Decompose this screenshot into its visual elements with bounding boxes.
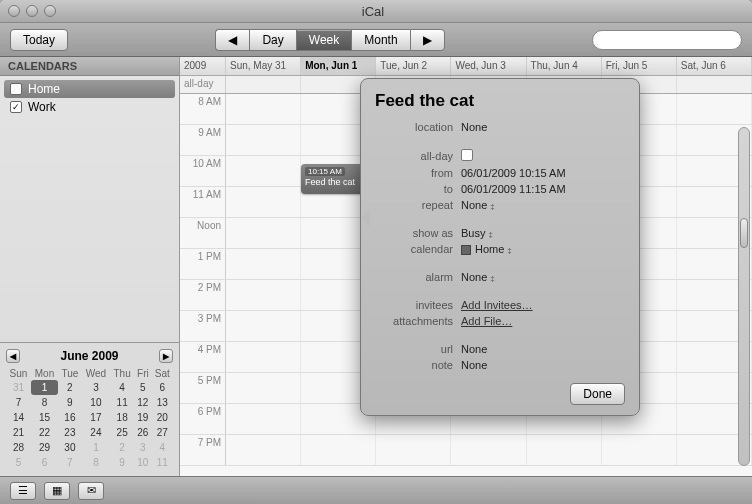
mini-day[interactable]: 9 xyxy=(58,395,82,410)
mini-day[interactable]: 19 xyxy=(134,410,151,425)
hour-cell[interactable] xyxy=(226,435,301,465)
today-button[interactable]: Today xyxy=(10,29,68,51)
mini-day[interactable]: 7 xyxy=(6,395,31,410)
hour-cell[interactable] xyxy=(376,435,451,465)
showas-value[interactable]: Busy‡ xyxy=(461,227,625,239)
close-icon[interactable] xyxy=(8,5,20,17)
view-month[interactable]: Month xyxy=(351,29,409,51)
mini-day[interactable]: 10 xyxy=(82,395,110,410)
day-header[interactable]: Mon, Jun 1 xyxy=(301,57,376,75)
mini-day[interactable]: 3 xyxy=(134,440,151,455)
day-header[interactable]: Wed, Jun 3 xyxy=(451,57,526,75)
hour-cell[interactable] xyxy=(527,435,602,465)
mini-day[interactable]: 12 xyxy=(134,395,151,410)
search-input[interactable] xyxy=(592,30,742,50)
to-value[interactable]: 06/01/2009 11:15 AM xyxy=(461,183,625,195)
mini-day[interactable]: 31 xyxy=(6,380,31,395)
day-header[interactable]: Sat, Jun 6 xyxy=(677,57,752,75)
view-week[interactable]: Week xyxy=(296,29,351,51)
day-header[interactable]: Tue, Jun 2 xyxy=(376,57,451,75)
mini-day[interactable]: 28 xyxy=(6,440,31,455)
mini-day[interactable]: 22 xyxy=(31,425,58,440)
mini-day[interactable]: 14 xyxy=(6,410,31,425)
scrollbar[interactable] xyxy=(738,127,750,466)
hour-cell[interactable] xyxy=(226,280,301,310)
day-header[interactable]: Thu, Jun 4 xyxy=(527,57,602,75)
location-value[interactable]: None xyxy=(461,121,625,133)
add-file-link[interactable]: Add File… xyxy=(461,315,512,327)
calendar-value[interactable]: Home‡ xyxy=(461,243,625,255)
hour-cell[interactable] xyxy=(226,94,301,124)
hour-cell[interactable] xyxy=(226,187,301,217)
day-header[interactable]: Sun, May 31 xyxy=(226,57,301,75)
mini-day[interactable]: 7 xyxy=(58,455,82,470)
mini-day[interactable]: 3 xyxy=(82,380,110,395)
mini-day[interactable]: 2 xyxy=(110,440,134,455)
hour-cell[interactable] xyxy=(226,125,301,155)
mini-day[interactable]: 10 xyxy=(134,455,151,470)
event-feed-the-cat[interactable]: 10:15 AM Feed the cat xyxy=(301,164,367,194)
minimize-icon[interactable] xyxy=(26,5,38,17)
drawer-icon[interactable]: ☰ xyxy=(10,482,36,500)
mini-day[interactable]: 24 xyxy=(82,425,110,440)
mini-day[interactable]: 27 xyxy=(152,425,174,440)
checkbox-icon[interactable]: ✓ xyxy=(10,101,22,113)
url-value[interactable]: None xyxy=(461,343,625,355)
sidebar-item-home[interactable]: ✓ Home xyxy=(4,80,175,98)
hour-cell[interactable] xyxy=(226,249,301,279)
sidebar-item-work[interactable]: ✓ Work xyxy=(4,98,175,116)
mini-day[interactable]: 4 xyxy=(152,440,174,455)
mini-day[interactable]: 5 xyxy=(134,380,151,395)
mini-day[interactable]: 17 xyxy=(82,410,110,425)
day-header[interactable]: Fri, Jun 5 xyxy=(602,57,677,75)
hour-cell[interactable] xyxy=(226,218,301,248)
hour-cell[interactable] xyxy=(226,311,301,341)
hour-cell[interactable] xyxy=(451,435,526,465)
note-value[interactable]: None xyxy=(461,359,625,371)
hour-cell[interactable] xyxy=(677,94,752,124)
scrollbar-thumb[interactable] xyxy=(740,218,748,248)
mini-day[interactable]: 15 xyxy=(31,410,58,425)
mini-day[interactable]: 5 xyxy=(6,455,31,470)
mini-day[interactable]: 13 xyxy=(152,395,174,410)
popover-title[interactable]: Feed the cat xyxy=(375,91,625,111)
repeat-value[interactable]: None‡ xyxy=(461,199,625,211)
mini-day[interactable]: 16 xyxy=(58,410,82,425)
mini-day[interactable]: 1 xyxy=(31,380,58,395)
allday-checkbox[interactable] xyxy=(461,149,473,161)
mini-day[interactable]: 11 xyxy=(152,455,174,470)
mini-day[interactable]: 29 xyxy=(31,440,58,455)
mini-day[interactable]: 8 xyxy=(82,455,110,470)
mini-day[interactable]: 30 xyxy=(58,440,82,455)
view-day[interactable]: Day xyxy=(249,29,295,51)
mini-day[interactable]: 20 xyxy=(152,410,174,425)
mini-day[interactable]: 25 xyxy=(110,425,134,440)
mail-icon[interactable]: ✉ xyxy=(78,482,104,500)
mini-day[interactable]: 21 xyxy=(6,425,31,440)
hour-cell[interactable] xyxy=(226,404,301,434)
prev-button[interactable]: ◀ xyxy=(215,29,249,51)
add-invitees-link[interactable]: Add Invitees… xyxy=(461,299,533,311)
mini-day[interactable]: 9 xyxy=(110,455,134,470)
done-button[interactable]: Done xyxy=(570,383,625,405)
mini-day[interactable]: 6 xyxy=(31,455,58,470)
mini-calendar-toggle-icon[interactable]: ▦ xyxy=(44,482,70,500)
hour-cell[interactable] xyxy=(226,342,301,372)
mini-day[interactable]: 2 xyxy=(58,380,82,395)
mini-day[interactable]: 4 xyxy=(110,380,134,395)
hour-cell[interactable] xyxy=(226,156,301,186)
alarm-value[interactable]: None‡ xyxy=(461,271,625,283)
mini-day[interactable]: 6 xyxy=(152,380,174,395)
mini-day[interactable]: 18 xyxy=(110,410,134,425)
mini-day[interactable]: 23 xyxy=(58,425,82,440)
mini-prev-button[interactable]: ◀ xyxy=(6,349,20,363)
zoom-icon[interactable] xyxy=(44,5,56,17)
next-button[interactable]: ▶ xyxy=(410,29,445,51)
from-value[interactable]: 06/01/2009 10:15 AM xyxy=(461,167,625,179)
hour-cell[interactable] xyxy=(301,435,376,465)
hour-cell[interactable] xyxy=(602,435,677,465)
mini-day[interactable]: 26 xyxy=(134,425,151,440)
mini-day[interactable]: 1 xyxy=(82,440,110,455)
hour-cell[interactable] xyxy=(226,373,301,403)
mini-day[interactable]: 11 xyxy=(110,395,134,410)
